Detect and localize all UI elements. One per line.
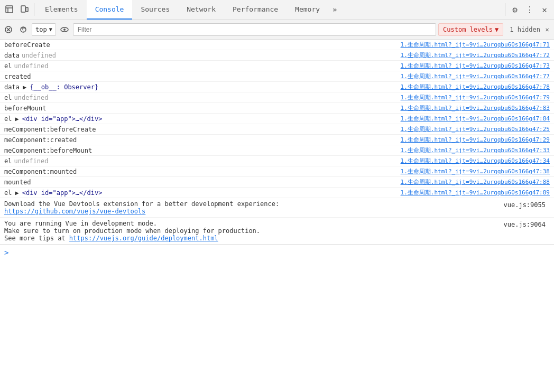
tab-bar: Elements Console Sources Network Perform… [36,0,503,20]
console-file-link[interactable]: 1.生命周期.html?_ijt=9vi…2urqqbu60s166g47:73 [401,62,554,70]
console-file-link[interactable]: 1.生命周期.html?_ijt=9vi…2urqqbu60s166g47:72 [401,51,554,59]
expand-icon[interactable]: ▶ [23,83,26,91]
inspect-icon[interactable] [2,2,17,17]
console-file-link[interactable]: 1.生命周期.html?_ijt=9vi…2urqqbu60s166g47:25 [401,125,554,133]
table-row: beforeCreate 1.生命周期.html?_ijt=9vi…2urqqb… [0,40,554,50]
console-message: mounted [4,179,396,186]
table-row: data undefined 1.生命周期.html?_ijt=9vi…2urq… [0,50,554,61]
console-message: meComponent:created [4,136,396,144]
table-row: meComponent:beforeMount 1.生命周期.html?_ijt… [0,145,554,156]
svg-point-6 [63,29,66,31]
console-message: data ▶ {__ob__: Observer} [4,83,396,91]
prompt-arrow: > [4,248,8,257]
console-message: el undefined [4,157,396,165]
tab-network[interactable]: Network [178,0,224,20]
toolbar-divider [34,3,34,16]
table-row: el undefined 1.生命周期.html?_ijt=9vi…2urqqb… [0,61,554,71]
console-file-link[interactable]: 1.生命周期.html?_ijt=9vi…2urqqbu60s166g47:38 [401,167,554,175]
vue-devtools-message: Download the Vue Devtools extension for … [0,198,554,218]
context-dropdown-icon: ▼ [49,26,52,32]
table-row: el undefined 1.生命周期.html?_ijt=9vi…2urqqb… [0,92,554,103]
console-file-link[interactable]: 1.生命周期.html?_ijt=9vi…2urqqbu60s166g47:77 [401,72,554,80]
custom-levels-dropdown-icon: ▼ [495,26,498,33]
console-prompt: > [0,245,554,259]
filter-area [73,23,436,36]
toolbar-divider-2 [505,3,505,16]
table-row: el undefined 1.生命周期.html?_ijt=9vi…2urqqb… [0,156,554,166]
settings-icon[interactable]: ⚙ [507,2,522,17]
expand-el2-icon[interactable]: ▶ [15,189,19,197]
console-message: el undefined [4,62,396,70]
console-message: data undefined [4,52,396,59]
console-file-link[interactable]: 1.生命周期.html?_ijt=9vi…2urqqbu60s166g47:88 [401,178,554,186]
table-row: created 1.生命周期.html?_ijt=9vi…2urqqbu60s1… [0,71,554,82]
tab-sources[interactable]: Sources [132,0,178,20]
console-toolbar: top ▼ Custom levels ▼ 1 hidden ✕ [0,20,554,40]
console-file-link[interactable]: 1.生命周期.html?_ijt=9vi…2urqqbu60s166g47:78 [401,83,554,91]
console-file-link[interactable]: 1.生命周期.html?_ijt=9vi…2urqqbu60s166g47:29 [401,136,554,144]
console-file-link[interactable]: 1.生命周期.html?_ijt=9vi…2urqqbu60s166g47:79 [401,94,554,101]
tab-memory[interactable]: Memory [287,0,328,20]
console-message: meComponent:beforeMount [4,147,396,154]
tab-performance[interactable]: Performance [224,0,287,20]
vue-devtools-file-link[interactable]: vue.js:9055 [504,200,550,209]
tab-console[interactable]: Console [87,0,133,20]
console-file-link[interactable]: 1.生命周期.html?_ijt=9vi…2urqqbu60s166g47:33 [401,146,554,154]
device-toolbar-icon[interactable] [17,2,32,17]
console-message: el undefined [4,94,396,101]
console-input[interactable] [13,249,550,256]
console-output: beforeCreate 1.生命周期.html?_ijt=9vi…2urqqb… [0,40,554,392]
console-message: meComponent:beforeCreate [4,126,396,133]
console-file-link[interactable]: 1.生命周期.html?_ijt=9vi…2urqqbu60s166g47:71 [401,41,554,49]
table-row: meComponent:beforeCreate 1.生命周期.html?_ij… [0,124,554,135]
table-row: el ▶ <div id="app">…</div> 1.生命周期.html?_… [0,114,554,124]
close-hidden-icon[interactable]: ✕ [542,25,552,34]
table-row: beforeMount 1.生命周期.html?_ijt=9vi…2urqqbu… [0,103,554,114]
table-row: meComponent:mounted 1.生命周期.html?_ijt=9vi… [0,166,554,177]
table-row: el ▶ <div id="app">…</div> 1.生命周期.html?_… [0,188,554,198]
console-file-link[interactable]: 1.生命周期.html?_ijt=9vi…2urqqbu60s166g47:89 [401,189,554,197]
console-message: el ▶ <div id="app">…</div> [4,115,396,123]
console-message: beforeMount [4,105,396,112]
console-file-link[interactable]: 1.生命周期.html?_ijt=9vi…2urqqbu60s166g47:83 [401,104,554,112]
console-file-link[interactable]: 1.生命周期.html?_ijt=9vi…2urqqbu60s166g47:34 [401,157,554,165]
console-message: created [4,73,396,80]
vue-mode-text: You are running Vue in development mode.… [4,220,260,242]
expand-el-icon[interactable]: ▶ [15,115,19,123]
svg-rect-1 [21,6,25,12]
console-message: beforeCreate [4,41,396,49]
table-row: mounted 1.生命周期.html?_ijt=9vi…2urqqbu60s1… [0,177,554,188]
more-options-icon[interactable]: ⋮ [522,2,537,17]
filter-input[interactable] [76,23,433,36]
clear-console-icon[interactable] [2,23,15,36]
table-row: data ▶ {__ob__: Observer} 1.生命周期.html?_i… [0,82,554,92]
vue-devtools-text: Download the Vue Devtools extension for … [4,200,279,215]
console-message: el ▶ <div id="app">…</div> [4,189,396,197]
more-tabs-button[interactable]: » [328,0,341,20]
svg-rect-0 [6,6,13,13]
eye-icon[interactable] [58,23,71,36]
vue-mode-message: You are running Vue in development mode.… [0,218,554,245]
table-row: meComponent:created 1.生命周期.html?_ijt=9vi… [0,135,554,145]
context-selector[interactable]: top ▼ [32,23,56,36]
vue-mode-file-link[interactable]: vue.js:9064 [504,220,550,228]
console-file-link[interactable]: 1.生命周期.html?_ijt=9vi…2urqqbu60s166g47:84 [401,115,554,123]
filter-icon[interactable] [17,23,30,36]
custom-levels-button[interactable]: Custom levels ▼ [438,23,503,36]
deployment-link[interactable]: https://vuejs.org/guide/deployment.html [69,235,218,242]
console-message: meComponent:mounted [4,168,396,175]
svg-rect-2 [26,7,28,12]
hidden-count: 1 hidden [510,26,540,33]
tab-elements[interactable]: Elements [36,0,87,20]
close-devtools-icon[interactable]: ✕ [537,2,552,17]
vue-devtools-link[interactable]: https://github.com/vuejs/vue-devtools [4,208,145,215]
top-toolbar: Elements Console Sources Network Perform… [0,0,554,20]
